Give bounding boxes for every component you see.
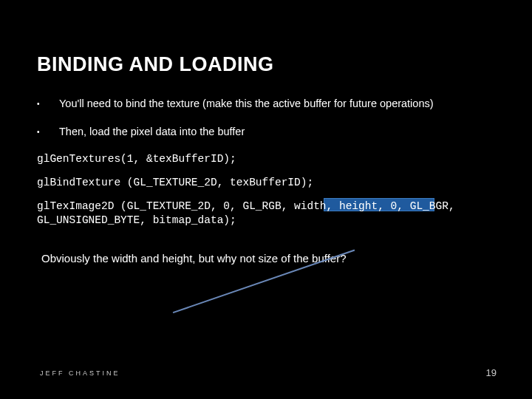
code-text: glTexImage2D (GL_TEXTURE_2D, 0, GL_RGB, … — [37, 200, 461, 225]
slide: BINDING AND LOADING • You'll need to bin… — [0, 0, 532, 399]
code-text: glGenTextures(1, &texBufferID); — [37, 153, 236, 165]
bullet-item: • You'll need to bind the texture (make … — [37, 97, 495, 112]
code-line: glTexImage2D (GL_TEXTURE_2D, 0, GL_RGB, … — [37, 200, 495, 226]
bullet-marker: • — [37, 97, 59, 112]
bullet-list: • You'll need to bind the texture (make … — [37, 97, 495, 139]
bullet-marker: • — [37, 125, 59, 140]
footer-page-number: 19 — [486, 367, 497, 378]
code-block: glGenTextures(1, &texBufferID); glBindTe… — [37, 152, 495, 227]
callout-note: Obviously the width and height, but why … — [41, 252, 495, 265]
bullet-text: You'll need to bind the texture (make th… — [59, 97, 495, 112]
code-text: glBindTexture (GL_TEXTURE_2D, texBufferI… — [37, 177, 313, 188]
slide-title: BINDING AND LOADING — [37, 53, 495, 76]
footer-author: JEFF CHASTINE — [40, 369, 120, 377]
code-line: glBindTexture (GL_TEXTURE_2D, texBufferI… — [37, 176, 495, 189]
code-line: glGenTextures(1, &texBufferID); — [37, 152, 495, 166]
bullet-text: Then, load the pixel data into the buffe… — [59, 125, 495, 140]
bullet-item: • Then, load the pixel data into the buf… — [37, 125, 495, 140]
